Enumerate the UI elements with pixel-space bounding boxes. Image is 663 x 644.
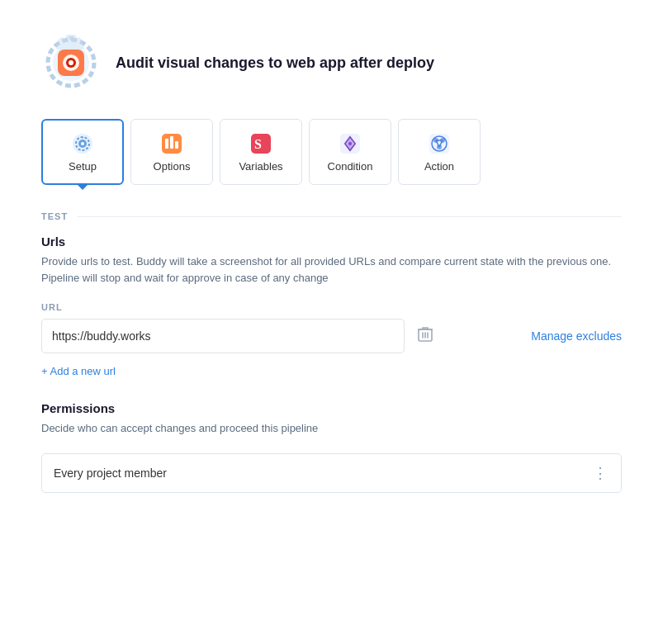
- tab-setup[interactable]: Setup: [41, 119, 124, 185]
- svg-point-5: [69, 60, 73, 65]
- variables-icon: S: [249, 132, 272, 155]
- permissions-block: Permissions Decide who can accept change…: [41, 401, 622, 493]
- tab-bar: Setup Options S Variables Condition: [41, 119, 622, 185]
- page-title: Audit visual changes to web app after de…: [116, 54, 434, 72]
- svg-rect-11: [165, 139, 168, 149]
- svg-point-9: [81, 142, 84, 145]
- page-header: Audit visual changes to web app after de…: [41, 33, 622, 92]
- add-url-link[interactable]: + Add a new url: [41, 365, 116, 377]
- setup-icon: [71, 132, 94, 155]
- urls-description: Provide urls to test. Buddy will take a …: [41, 253, 622, 286]
- tab-options[interactable]: Options: [130, 119, 213, 185]
- svg-rect-12: [170, 136, 173, 149]
- url-row: Manage excludes: [41, 319, 622, 353]
- url-label: URL: [41, 302, 622, 312]
- svg-point-19: [348, 142, 352, 145]
- tab-action-label: Action: [424, 160, 454, 173]
- delete-url-button[interactable]: [414, 323, 436, 349]
- permissions-dropdown[interactable]: Every project member ⋮: [41, 453, 622, 493]
- urls-title: Urls: [41, 234, 622, 249]
- tab-variables-label: Variables: [239, 160, 282, 173]
- section-label: TEST: [41, 211, 68, 221]
- app-icon: [41, 33, 101, 92]
- action-icon: [428, 132, 451, 155]
- tab-condition-label: Condition: [328, 160, 373, 173]
- permissions-value: Every project member: [54, 466, 167, 480]
- trash-icon: [418, 326, 433, 343]
- tab-options-label: Options: [154, 160, 191, 173]
- svg-text:S: S: [254, 137, 262, 151]
- svg-rect-13: [175, 141, 178, 149]
- tab-variables[interactable]: S Variables: [220, 119, 302, 185]
- section-divider: TEST: [41, 211, 622, 221]
- condition-icon: [339, 132, 362, 155]
- tab-setup-label: Setup: [69, 160, 97, 173]
- section-line: [78, 216, 622, 217]
- permissions-title: Permissions: [41, 401, 622, 415]
- options-icon: [160, 132, 183, 155]
- url-input[interactable]: [41, 319, 405, 353]
- tab-action[interactable]: Action: [398, 119, 481, 185]
- urls-block: Urls Provide urls to test. Buddy will ta…: [41, 234, 622, 378]
- permissions-description: Decide who can accept changes and procee…: [41, 420, 622, 437]
- more-options-icon: ⋮: [593, 464, 609, 482]
- tab-condition[interactable]: Condition: [309, 119, 391, 185]
- manage-excludes-link[interactable]: Manage excludes: [531, 329, 622, 343]
